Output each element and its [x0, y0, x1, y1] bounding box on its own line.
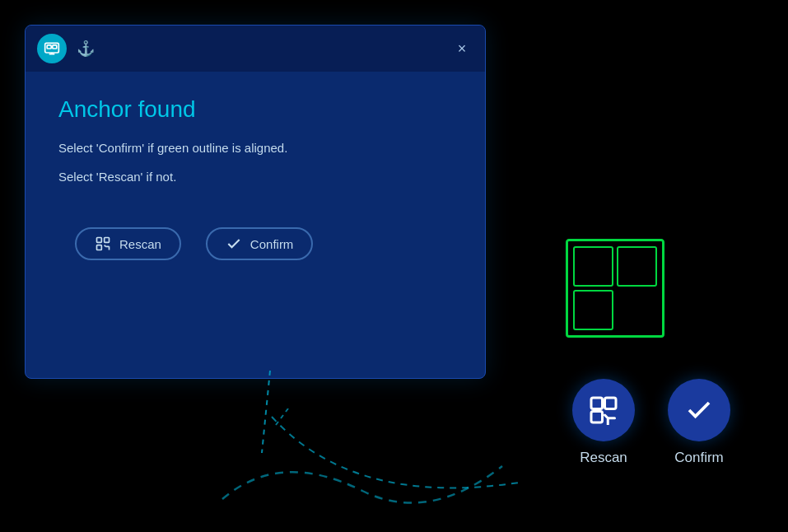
anchor-icon: ⚓	[77, 40, 95, 58]
anchor-cell-br	[617, 290, 657, 330]
svg-rect-3	[47, 45, 51, 49]
rescan-btn-container: Rescan	[572, 379, 635, 466]
rescan-icon	[589, 395, 618, 425]
confirm-button-label: Confirm	[674, 450, 724, 466]
svg-rect-4	[53, 45, 57, 49]
svg-rect-7	[97, 245, 102, 250]
panel-actions: Rescan Confirm	[58, 227, 452, 260]
svg-rect-6	[105, 238, 110, 243]
panel-text-2: Select 'Rescan' if not.	[58, 168, 452, 187]
svg-rect-5	[97, 238, 102, 243]
anchor-target-grid	[566, 239, 664, 338]
confirm-btn-container: Confirm	[668, 379, 730, 466]
anchor-cell-tl	[573, 246, 613, 287]
screen-icon	[44, 40, 60, 57]
rescan-button[interactable]	[572, 379, 635, 441]
confirm-checkmark-icon	[684, 395, 714, 425]
panel-title-icon	[37, 34, 67, 63]
anchor-cell-bl	[573, 290, 613, 330]
confirm-button-panel[interactable]: Confirm	[206, 227, 314, 260]
svg-rect-9	[591, 398, 603, 409]
svg-rect-10	[605, 398, 617, 409]
anchor-cell-tr	[617, 246, 657, 287]
bottom-buttons: Rescan Confirm	[572, 379, 730, 466]
anchor-found-panel: ⚓ × Anchor found Select 'Confirm' if gre…	[25, 25, 486, 379]
confirm-button[interactable]	[668, 379, 730, 441]
panel-titlebar: ⚓ ×	[26, 26, 485, 72]
panel-title: Anchor found	[58, 96, 452, 123]
confirm-label-panel: Confirm	[250, 237, 294, 251]
rescan-label-panel: Rescan	[119, 237, 161, 251]
rescan-button-label: Rescan	[580, 450, 627, 466]
close-button[interactable]: ×	[450, 37, 473, 60]
bottom-arc	[214, 441, 511, 507]
rescan-button-panel[interactable]: Rescan	[75, 227, 181, 260]
svg-rect-11	[591, 412, 603, 423]
panel-content: Anchor found Select 'Confirm' if green o…	[26, 72, 485, 277]
svg-line-12	[262, 371, 270, 453]
rescan-icon-panel	[95, 236, 111, 252]
checkmark-icon-panel	[226, 236, 242, 252]
panel-text-1: Select 'Confirm' if green outline is ali…	[58, 139, 452, 158]
